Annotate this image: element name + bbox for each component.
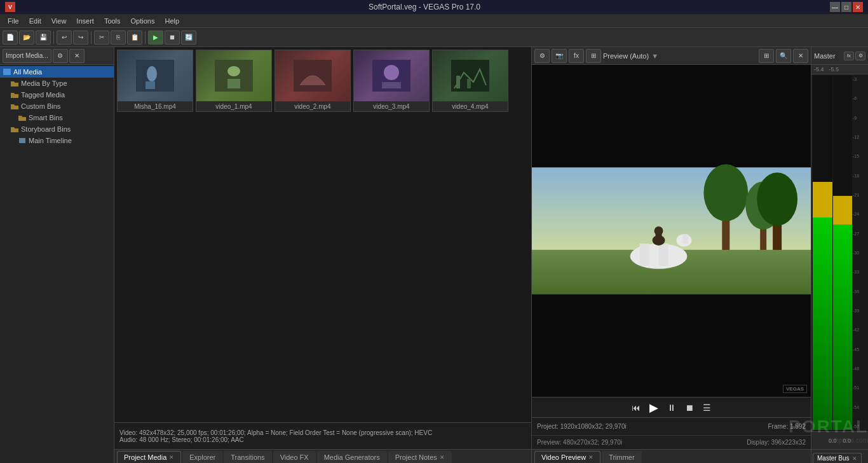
app-icon: V [5, 2, 15, 12]
close-button[interactable]: ✕ [853, 2, 863, 12]
svg-rect-26 [682, 234, 688, 244]
tb-loop[interactable]: 🔄 [181, 31, 196, 45]
tree-tagged-media[interactable]: Tagged Media [8, 89, 114, 100]
tb-copy[interactable]: ⎘ [111, 31, 126, 45]
media-toolbar: Import Media... ⚙ ✕ [0, 47, 114, 65]
main-area: Import Media... ⚙ ✕ All Media Media By T… [0, 47, 868, 463]
maximize-button[interactable]: □ [841, 2, 851, 12]
media-tab-bar: Project Media ✕ Explorer Transitions Vid… [114, 449, 531, 463]
preview-pause-btn[interactable]: ⏸ [665, 401, 678, 414]
master-bus-header: Master fx ⚙ [811, 47, 868, 65]
tree-smart-bins[interactable]: Smart Bins [15, 112, 114, 123]
vu-right-green [833, 225, 853, 430]
preview-title: Preview (Auto) [603, 52, 649, 60]
media-delete-btn[interactable]: ✕ [69, 49, 85, 63]
tab-master-bus[interactable]: Master Bus ✕ [813, 453, 862, 463]
menu-options[interactable]: Options [126, 16, 160, 26]
menu-help[interactable]: Help [159, 16, 184, 26]
svg-rect-10 [382, 82, 401, 88]
preview-zoom-btn[interactable]: 🔍 [776, 49, 791, 63]
preview-video-frame [532, 65, 811, 397]
master-settings-btn[interactable]: ⚙ [855, 52, 865, 60]
svg-point-21 [757, 172, 797, 226]
preview-grid-btn[interactable]: ⊞ [759, 49, 774, 63]
menu-view[interactable]: View [46, 16, 72, 26]
tab-video-fx[interactable]: Video FX [273, 451, 316, 463]
tb-stop[interactable]: ⏹ [165, 31, 180, 45]
title-bar: V SoftPortal.veg - VEGAS Pro 17.0 — □ ✕ [0, 0, 868, 14]
media-thumb-video3[interactable]: video_3.mp4 [353, 50, 430, 112]
tb-undo[interactable]: ↩ [57, 31, 72, 45]
svg-point-5 [227, 66, 240, 76]
tree-main-timeline[interactable]: Main Timeline [15, 135, 114, 146]
tab-close-video-preview[interactable]: ✕ [588, 454, 593, 460]
import-media-button[interactable]: Import Media... [3, 49, 51, 63]
preview-controls: ⏮ ▶ ⏸ ⏹ ☰ [532, 397, 811, 417]
tree-storyboard-bins[interactable]: Storyboard Bins [8, 123, 114, 135]
preview-display-info: Display: 396x223x32 [747, 439, 806, 446]
media-tree: All Media Media By Type Tagged Media Cus… [0, 65, 114, 463]
media-thumb-video2[interactable]: video_2.mp4 [275, 50, 351, 112]
tab-explorer[interactable]: Explorer [182, 451, 222, 463]
minimize-button[interactable]: — [830, 2, 840, 12]
preview-snapshot-btn[interactable]: 📷 [552, 49, 567, 63]
tab-close-project-media[interactable]: ✕ [169, 454, 174, 460]
tb-render[interactable]: ▶ [148, 31, 163, 45]
tree-media-by-type[interactable]: Media By Type [8, 78, 114, 89]
vu-left-channel [813, 76, 832, 430]
preview-close-btn[interactable]: ✕ [793, 49, 808, 63]
tab-project-notes[interactable]: Project Notes ✕ [388, 451, 452, 463]
svg-point-2 [147, 66, 157, 81]
tab-trimmer[interactable]: Trimmer [602, 451, 642, 463]
svg-rect-6 [227, 79, 240, 88]
media-thumb-video1[interactable]: video_1.mp4 [196, 50, 272, 112]
video1-thumbnail-image [215, 60, 253, 92]
menu-insert[interactable]: Insert [71, 16, 99, 26]
preview-settings-btn[interactable]: ⚙ [534, 49, 550, 63]
tab-video-preview[interactable]: Video Preview ✕ [534, 451, 600, 463]
preview-stop-btn[interactable]: ⏹ [683, 401, 696, 414]
misha-thumbnail-image [136, 60, 174, 92]
all-media-icon [3, 67, 11, 76]
menu-file[interactable]: File [3, 16, 24, 26]
tb-new[interactable]: 📄 [3, 31, 18, 45]
tab-media-generators[interactable]: Media Generators [317, 451, 387, 463]
folder-icon-6 [18, 136, 27, 145]
preview-list-btn[interactable]: ☰ [701, 401, 714, 414]
preview-fx-btn[interactable]: fx [569, 49, 584, 63]
preview-rewind-btn[interactable]: ⏮ [630, 401, 642, 414]
tree-custom-bins[interactable]: Custom Bins [8, 100, 114, 112]
master-db-left: -5.4 [814, 66, 824, 73]
tb-redo[interactable]: ↪ [73, 31, 88, 45]
media-thumb-video4[interactable]: video_4.mp4 [432, 50, 508, 112]
preview-info: Project: 1920x1080x32; 29,970i Frame: 1.… [532, 417, 811, 435]
svg-rect-12 [456, 76, 460, 88]
svg-rect-23 [640, 244, 649, 266]
tab-transitions[interactable]: Transitions [224, 451, 271, 463]
master-val-display: 0.0 0.0 [829, 438, 851, 444]
tree-all-media[interactable]: All Media [0, 66, 114, 78]
menu-tools[interactable]: Tools [99, 16, 126, 26]
folder-icon-2 [10, 90, 19, 99]
media-area: Misha_16.mp4 video_1.mp4 [114, 47, 531, 463]
master-label: Master [814, 52, 836, 60]
tab-close-project-notes[interactable]: ✕ [440, 454, 445, 460]
tb-save[interactable]: 💾 [36, 31, 51, 45]
window-title: SoftPortal.veg - VEGAS Pro 17.0 [19, 3, 830, 11]
tab-project-media[interactable]: Project Media ✕ [117, 451, 181, 463]
master-bus-panel: Master fx ⚙ -5.4 -5.5 [811, 47, 868, 463]
tb-cut[interactable]: ✂ [94, 31, 109, 45]
preview-play-btn[interactable]: ▶ [648, 401, 660, 414]
tb-open[interactable]: 📂 [19, 31, 34, 45]
preview-split-btn[interactable]: ⊞ [586, 49, 601, 63]
master-fx-btn[interactable]: fx [844, 52, 854, 60]
media-thumb-misha[interactable]: Misha_16.mp4 [117, 50, 193, 112]
tb-paste[interactable]: 📋 [127, 31, 142, 45]
svg-rect-0 [3, 69, 11, 75]
folder-icon-4 [18, 113, 27, 122]
menu-edit[interactable]: Edit [24, 16, 46, 26]
media-thumb-label-misha: Misha_16.mp4 [118, 101, 193, 111]
media-options-btn[interactable]: ⚙ [53, 49, 68, 63]
svg-rect-3 [146, 81, 155, 89]
tab-close-master-bus[interactable]: ✕ [852, 455, 857, 462]
